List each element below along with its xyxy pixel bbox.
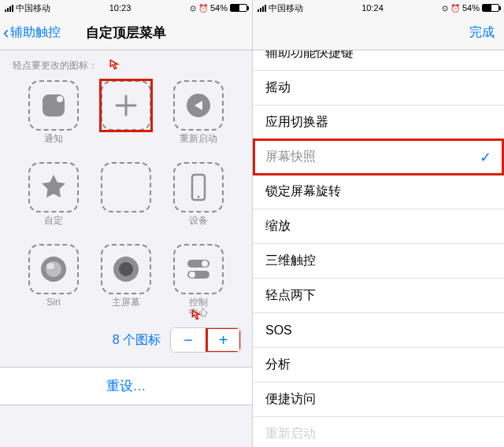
grid-cell[interactable]: 自定	[17, 159, 90, 241]
list-item-label: 辅助功能快捷键	[265, 50, 354, 61]
alarm-icon: ⊙	[190, 4, 196, 13]
list-item[interactable]: 缩放	[253, 209, 504, 244]
restart-icon	[173, 80, 224, 131]
action-list: 辅助功能快捷键摇动应用切换器屏幕快照✓锁定屏幕旋转缩放三维触控轻点两下SOS分析…	[253, 50, 504, 447]
list-item-label: 三维触控	[265, 253, 316, 269]
icon-count-stepper: − +	[170, 327, 241, 353]
list-item-label: 摇动	[265, 79, 291, 96]
list-item-label: 屏幕快照	[265, 149, 316, 165]
notification-icon	[28, 80, 79, 131]
battery-icon	[482, 4, 499, 12]
reset-button[interactable]: 重设…	[0, 367, 252, 405]
grid-cell[interactable]: 主屏幕	[90, 241, 162, 323]
alarm-icon: ⊙	[442, 4, 448, 13]
chevron-left-icon: ‹	[3, 24, 9, 42]
svg-point-1	[57, 96, 63, 102]
phone-right: 中国移动 10:24 ⊙ ⏰ 54% 完成 辅助功能快捷键摇动应用切换器屏幕快照…	[252, 0, 504, 447]
list-item[interactable]: 屏幕快照✓	[253, 140, 504, 175]
clock-icon: ⏰	[198, 4, 208, 13]
control-center-icon	[173, 244, 224, 294]
stepper-minus-button[interactable]: −	[171, 328, 206, 352]
icon-count-row: 8 个图标 − +	[0, 323, 252, 353]
siri-icon	[28, 244, 79, 294]
list-item-label: 重新启动	[265, 426, 316, 442]
battery-pct: 54%	[210, 3, 228, 13]
tile-label: 重新启动	[180, 134, 217, 144]
list-item-label: SOS	[265, 323, 292, 338]
list-item-label: 缩放	[265, 218, 291, 235]
grid-cell[interactable]: 通知	[17, 77, 90, 159]
clock-icon: ⏰	[450, 4, 460, 13]
list-item[interactable]: 辅助功能快捷键	[253, 50, 504, 71]
reset-label: 重设…	[106, 379, 146, 393]
svg-point-4	[198, 196, 200, 198]
custom-icon	[28, 162, 79, 212]
grid-cell[interactable]: 重新启动	[162, 77, 235, 159]
status-time: 10:24	[361, 3, 384, 13]
tile-label: 设备	[189, 216, 208, 226]
placeholder-icon	[101, 162, 151, 212]
list-item-label: 锁定屏幕旋转	[265, 183, 341, 200]
device-icon	[173, 162, 224, 212]
list-item[interactable]: 摇动	[253, 71, 504, 105]
list-item-label: 应用切换器	[265, 114, 328, 131]
back-label: 辅助触控	[10, 24, 61, 41]
hint-row: 轻点要更改的图标：	[0, 50, 252, 77]
status-bar: 中国移动 10:24 ⊙ ⏰ 54%	[253, 0, 504, 16]
icon-count-label: 8 个图标	[113, 332, 161, 349]
list-item[interactable]: 分析	[253, 348, 504, 382]
tile-label: 自定	[44, 216, 63, 226]
list-item-label: 轻点两下	[265, 287, 316, 304]
cursor-annotation-icon	[191, 308, 205, 323]
list-item-label: 分析	[265, 356, 291, 373]
list-item[interactable]: 锁定屏幕旋转	[253, 175, 504, 209]
svg-point-11	[202, 260, 208, 267]
grid-cell[interactable]: 设备	[162, 159, 235, 241]
back-button[interactable]: ‹ 辅助触控	[0, 24, 61, 42]
phone-left: 中国移动 10:23 ⊙ ⏰ 54% ‹ 辅助触控 自定顶层菜单 轻点要更改的图…	[0, 0, 252, 447]
nav-bar: 完成	[253, 16, 504, 50]
tile-label: 主屏幕	[112, 297, 140, 308]
list-item: 重新启动	[253, 417, 504, 447]
grid-cell[interactable]	[90, 159, 162, 241]
grid-cell[interactable]	[90, 77, 162, 159]
nav-bar: ‹ 辅助触控 自定顶层菜单	[0, 16, 252, 50]
tile-label: Siri	[46, 297, 60, 308]
svg-point-13	[189, 272, 195, 278]
status-time: 10:23	[109, 3, 132, 13]
svg-point-7	[46, 263, 54, 269]
list-item[interactable]: 轻点两下	[253, 279, 504, 313]
done-button[interactable]: 完成	[469, 24, 504, 41]
icon-grid: 通知重新启动自定设备Siri主屏幕控制 中心	[0, 77, 252, 323]
list-item[interactable]: 便捷访问	[253, 382, 504, 417]
home-icon	[101, 244, 151, 294]
list-item[interactable]: 应用切换器	[253, 105, 504, 140]
battery-icon	[230, 4, 247, 12]
status-bar: 中国移动 10:23 ⊙ ⏰ 54%	[0, 0, 252, 16]
cursor-annotation-icon	[109, 58, 123, 72]
signal-icon	[5, 5, 13, 12]
battery-pct: 54%	[462, 3, 480, 13]
list-item[interactable]: SOS	[253, 313, 504, 348]
carrier-label: 中国移动	[269, 2, 303, 14]
add-icon	[101, 80, 151, 131]
list-item[interactable]: 三维触控	[253, 244, 504, 279]
signal-icon	[258, 5, 266, 12]
svg-point-9	[119, 262, 133, 276]
hint-label: 轻点要更改的图标：	[13, 59, 98, 72]
grid-cell[interactable]: Siri	[17, 241, 90, 323]
stepper-plus-button[interactable]: +	[206, 328, 240, 352]
tile-label: 通知	[44, 134, 63, 144]
checkmark-icon: ✓	[480, 149, 491, 166]
list-item-label: 便捷访问	[265, 391, 316, 408]
carrier-label: 中国移动	[16, 2, 50, 14]
